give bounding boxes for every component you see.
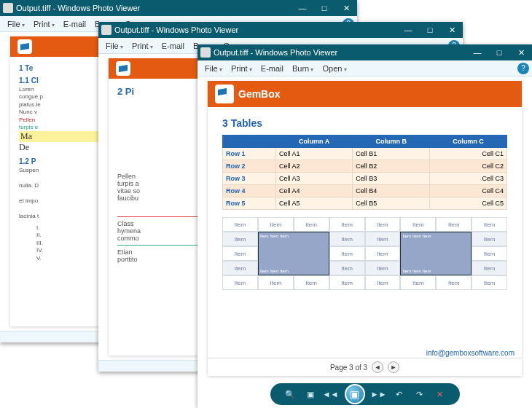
menu-print[interactable]: Print xyxy=(29,20,59,28)
brand-name: GemBox xyxy=(238,88,281,100)
layout-grid: ItemItemItemItemItemItemItemItem Item It… xyxy=(222,217,507,290)
page-next-button[interactable]: ► xyxy=(388,361,399,373)
minimize-button[interactable]: — xyxy=(466,44,488,60)
gembox-logo-icon xyxy=(116,61,130,76)
menubar: File Print E-mail Burn Open ? xyxy=(197,60,532,76)
window-title: Output.tiff - Windows Photo Viewer xyxy=(214,48,466,57)
app-icon xyxy=(200,47,211,58)
window-3: Output.tiff - Windows Photo Viewer — □ ✕… xyxy=(197,44,532,408)
pager: Page 3 of 3 ◄ ► xyxy=(208,358,522,376)
fit-button[interactable]: ▣ xyxy=(304,388,317,401)
rotate-right-button[interactable]: ↷ xyxy=(413,388,426,401)
close-button[interactable]: ✕ xyxy=(335,0,357,16)
viewer-body: GemBox 3 Tables Column A Column B Column… xyxy=(197,76,532,380)
titlebar[interactable]: Output.tiff - Windows Photo Viewer — □ ✕ xyxy=(98,22,463,38)
minimize-button[interactable]: — xyxy=(292,0,313,16)
help-icon[interactable]: ? xyxy=(517,63,529,74)
window-title: Output.tiff - Windows Photo Viewer xyxy=(114,26,397,34)
app-icon xyxy=(3,3,13,13)
viewer-controls: 🔍 ▣ ◄◄ ▣ ►► ↶ ↷ ✕ xyxy=(270,383,460,405)
menu-email[interactable]: E-mail xyxy=(59,20,90,28)
menu-file[interactable]: File xyxy=(200,64,227,73)
maximize-button[interactable]: □ xyxy=(488,44,510,60)
window-title: Output.tiff - Windows Photo Viewer xyxy=(16,4,292,12)
zoom-button[interactable]: 🔍 xyxy=(283,388,297,401)
app-icon xyxy=(101,25,112,35)
close-button[interactable]: ✕ xyxy=(510,44,532,60)
next-image-button[interactable]: ►► xyxy=(372,388,386,401)
rotate-left-button[interactable]: ↶ xyxy=(393,388,406,401)
page-indicator: Page 3 of 3 xyxy=(330,364,367,372)
gembox-logo-icon xyxy=(17,39,32,54)
menu-print[interactable]: Print xyxy=(227,64,257,73)
section-heading: 3 Tables xyxy=(222,117,507,129)
gembox-logo-icon xyxy=(215,85,234,103)
titlebar[interactable]: Output.tiff - Windows Photo Viewer — □ ✕ xyxy=(0,0,357,16)
menu-email[interactable]: E-mail xyxy=(257,64,288,73)
menu-file[interactable]: File xyxy=(101,42,128,50)
merged-cell: ItemItemItem ItemItemItem xyxy=(258,232,329,275)
menu-file[interactable]: File xyxy=(3,20,29,28)
menu-print[interactable]: Print xyxy=(128,42,157,50)
maximize-button[interactable]: □ xyxy=(419,22,441,38)
brand-bar: GemBox xyxy=(208,81,522,107)
delete-button[interactable]: ✕ xyxy=(434,388,447,401)
page-prev-button[interactable]: ◄ xyxy=(372,361,383,373)
menu-burn[interactable]: Burn xyxy=(288,64,318,73)
menu-email[interactable]: E-mail xyxy=(157,42,189,50)
titlebar[interactable]: Output.tiff - Windows Photo Viewer — □ ✕ xyxy=(197,44,532,60)
data-table: Column A Column B Column C Row 1Cell A1C… xyxy=(222,135,507,210)
minimize-button[interactable]: — xyxy=(397,22,419,38)
menu-open[interactable]: Open xyxy=(318,64,351,73)
maximize-button[interactable]: □ xyxy=(313,0,335,16)
prev-image-button[interactable]: ◄◄ xyxy=(324,388,337,401)
close-button[interactable]: ✕ xyxy=(441,22,463,38)
slideshow-button[interactable]: ▣ xyxy=(345,384,365,404)
merged-cell: ItemItemItem ItemItemItem xyxy=(400,232,472,275)
